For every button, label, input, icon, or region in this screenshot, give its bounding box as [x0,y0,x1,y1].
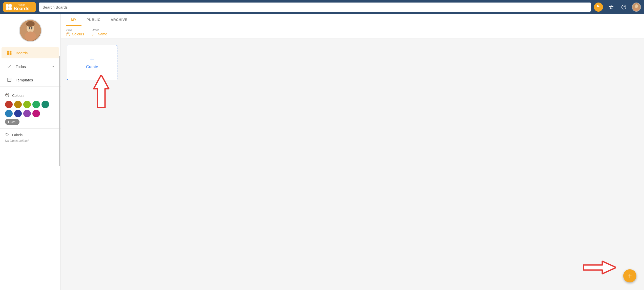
boards-icon [7,50,12,55]
flag-icon [596,5,601,9]
colours-label: Colours [12,94,24,98]
main-layout: Boards Todos ▾ [0,14,644,290]
colour-dot-dark-blue[interactable] [14,110,22,117]
tabs-bar: MY PUBLIC ARCHIVE [61,14,644,26]
view-colours-label: Colours [72,32,84,36]
sidebar-item-templates[interactable]: Templates [2,75,59,85]
user-avatar-nav[interactable] [632,3,641,12]
palette-view-icon [66,32,70,36]
content-area: MY PUBLIC ARCHIVE View Co [61,14,644,290]
svg-point-22 [6,94,7,95]
svg-rect-15 [7,51,9,53]
svg-point-30 [68,33,69,34]
sidebar-item-boards[interactable]: Boards [2,47,59,58]
flag-button[interactable] [594,3,603,12]
sidebar-avatar-icon [20,19,41,41]
order-value-btn[interactable]: Name [92,32,107,36]
sidebar-avatar [19,19,42,42]
labels-section: Labels No labels defined [0,130,60,145]
pin-button[interactable] [607,3,616,12]
create-label: Create [86,65,98,69]
templates-icon [7,78,12,82]
svg-point-28 [67,33,68,34]
svg-point-27 [66,32,70,36]
svg-point-13 [31,27,32,29]
colour-dots: Leave [5,101,55,125]
colour-dot-blue[interactable] [5,110,13,117]
svg-point-25 [8,95,8,96]
create-plus-icon: + [90,56,94,63]
navbar: Huddo Boards [0,0,644,14]
tab-my[interactable]: MY [66,14,81,26]
colour-dot-red[interactable] [5,101,13,108]
logo-button[interactable]: Huddo Boards [3,2,36,12]
order-label: Order [92,28,107,31]
no-labels-text: No labels defined [5,139,55,143]
search-input[interactable] [39,3,591,12]
colour-dot-dark-yellow[interactable] [14,101,22,108]
palette-icon [5,93,10,98]
tab-public[interactable]: PUBLIC [81,14,106,26]
labels-title: Labels [5,132,55,138]
todos-icon [7,64,12,69]
help-icon [621,5,626,10]
svg-marker-35 [583,261,616,274]
sidebar: Boards Todos ▾ [0,14,61,290]
svg-point-29 [68,33,69,34]
svg-point-14 [26,21,35,27]
nav-icons [594,3,641,12]
pin-icon [609,5,614,10]
svg-point-23 [7,94,8,95]
sidebar-divider-1 [0,60,60,60]
fab-button[interactable]: + [623,269,636,282]
svg-rect-18 [10,53,12,55]
order-group: Order Name [92,28,107,36]
svg-rect-19 [8,78,11,82]
boards-grid: + Create [61,39,644,86]
svg-point-8 [637,6,637,6]
sidebar-avatar-area [0,14,60,44]
annotation-arrow-up [91,75,111,109]
colour-dot-purple[interactable] [23,110,31,117]
colour-dot-yellow-green[interactable] [23,101,31,108]
labels-label: Labels [12,133,23,137]
boards-label: Boards [16,51,28,55]
user-face-icon [632,3,640,11]
svg-point-21 [6,93,9,97]
svg-point-11 [25,32,36,41]
order-name-label: Name [98,32,107,36]
svg-rect-16 [10,51,12,53]
logo-icon [6,4,12,10]
todos-label: Todos [16,64,26,69]
tab-archive[interactable]: ARCHIVE [106,14,133,26]
todos-chevron: ▾ [52,65,54,68]
colour-dot-green[interactable] [32,101,40,108]
sidebar-divider-4 [0,128,60,129]
sidebar-item-todos[interactable]: Todos ▾ [2,61,59,72]
sidebar-scrollbar[interactable] [59,56,60,166]
svg-marker-34 [94,75,109,108]
colours-section: Colours Leave [0,90,60,127]
svg-point-24 [8,94,8,95]
order-icon [92,32,96,36]
view-value-btn[interactable]: Colours [66,32,84,36]
view-label: View [66,28,84,31]
colour-dot-teal[interactable] [41,101,49,108]
templates-label: Templates [16,78,33,82]
app-subtitle: Boards [14,6,29,11]
svg-point-7 [635,6,636,6]
annotation-arrow-right [583,259,616,277]
svg-point-12 [29,27,30,29]
svg-rect-17 [7,53,9,55]
help-button[interactable] [619,3,628,12]
view-order-bar: View Colours Order [61,26,644,39]
label-tag-icon [5,132,10,138]
leave-button[interactable]: Leave [5,119,19,125]
sidebar-divider-2 [0,73,60,73]
view-group: View Colours [66,28,84,36]
app-title: Huddo [14,4,29,6]
svg-point-26 [6,133,7,134]
sidebar-divider-3 [0,86,60,87]
colours-title: Colours [5,93,55,98]
colour-dot-pink[interactable] [32,110,40,117]
